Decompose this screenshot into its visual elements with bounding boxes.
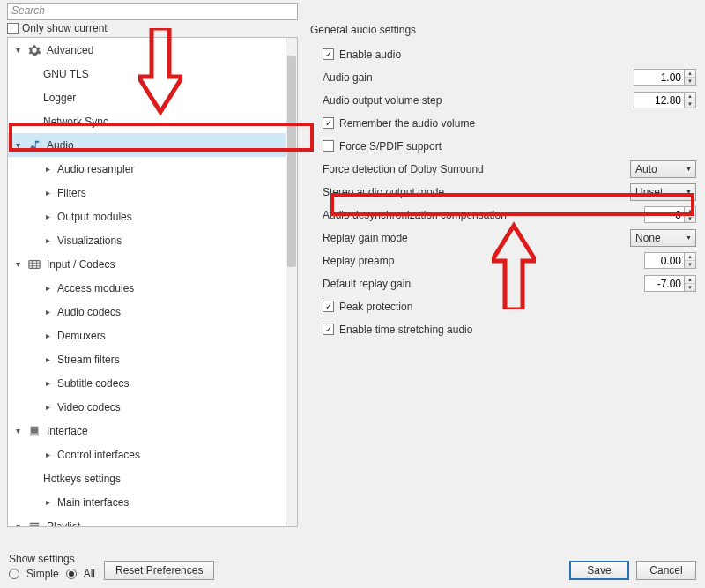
chevron-right-icon: ▸ (43, 354, 52, 364)
audio-gain-input[interactable] (634, 69, 685, 86)
audio-gain-row: Audio gain ▲▼ (323, 66, 698, 88)
tree-item-label: GNU TLS (43, 68, 89, 80)
stereo-mode-label: Stereo audio output mode (323, 186, 444, 198)
replay-mode-label: Replay gain mode (323, 232, 408, 244)
radio-simple[interactable] (9, 569, 19, 579)
tree-item-label: Video codecs (57, 401, 121, 413)
force-dolby-dropdown[interactable]: Auto ▼ (630, 160, 696, 178)
desync-input[interactable] (644, 206, 685, 223)
spinner-buttons[interactable]: ▲▼ (685, 92, 696, 108)
tree-item-logger[interactable]: Logger (8, 86, 286, 109)
stereo-mode-row: Stereo audio output mode Unset ▼ (323, 181, 698, 203)
tree-scrollbar[interactable] (286, 38, 297, 526)
chevron-down-icon: ▼ (686, 234, 692, 241)
force-spdif-row: Force S/PDIF support (323, 135, 698, 157)
radio-all[interactable] (66, 569, 77, 579)
tree-item-label: Audio codecs (57, 306, 121, 318)
desync-row: Audio desynchronization compensation ▲▼ (323, 204, 698, 226)
tree-item-label: Stream filters (57, 354, 120, 366)
spinner-buttons[interactable]: ▲▼ (685, 252, 696, 269)
show-settings-label: Show settings (9, 553, 95, 565)
replay-preamp-input[interactable] (644, 252, 685, 269)
chevron-right-icon: ▸ (43, 331, 52, 340)
tree-item-audio-codecs[interactable]: ▸ Audio codecs (8, 300, 286, 324)
chevron-right-icon: ▸ (43, 212, 52, 221)
tree-item-advanced[interactable]: ▾ Advanced (8, 38, 286, 62)
tree-item-main-interfaces[interactable]: ▸ Main interfaces (8, 490, 286, 514)
time-stretch-checkbox[interactable]: ✓ (323, 324, 334, 335)
radio-simple-label: Simple (26, 568, 59, 580)
chevron-down-icon: ▾ (13, 140, 22, 150)
force-spdif-checkbox[interactable] (323, 140, 334, 152)
tree-item-network-sync[interactable]: Network Sync (8, 109, 286, 133)
tree-item-subtitle-codecs[interactable]: ▸ Subtitle codecs (8, 371, 286, 395)
desync-label: Audio desynchronization compensation (323, 209, 507, 221)
spinner-buttons[interactable]: ▲▼ (685, 206, 696, 223)
tree-item-label: Subtitle codecs (57, 377, 129, 390)
spinner-buttons[interactable]: ▲▼ (685, 69, 696, 86)
tree-item-video-codecs[interactable]: ▸ Video codecs (8, 395, 286, 419)
chevron-down-icon: ▼ (686, 189, 692, 195)
playlist-icon (27, 519, 41, 527)
tree-item-label: Logger (43, 92, 76, 104)
peak-protection-checkbox[interactable]: ✓ (323, 301, 334, 312)
time-stretch-row: ✓ Enable time stretching audio (323, 318, 698, 340)
chevron-right-icon: ▸ (43, 283, 52, 293)
volume-step-label: Audio output volume step (323, 94, 442, 107)
search-input[interactable]: Search (7, 3, 298, 20)
chevron-right-icon: ▸ (43, 402, 52, 412)
tree-item-input-codecs[interactable]: ▾ Input / Codecs (8, 252, 286, 276)
stereo-mode-dropdown[interactable]: Unset ▼ (630, 183, 696, 201)
tree-item-label: Access modules (57, 282, 134, 294)
enable-audio-checkbox[interactable]: ✓ (323, 48, 334, 60)
tree-item-control-interfaces[interactable]: ▸ Control interfaces (8, 443, 286, 466)
tree-item-hotkeys-settings[interactable]: Hotkeys settings (8, 466, 286, 490)
default-replay-label: Default replay gain (323, 278, 411, 290)
tree-item-visualizations[interactable]: ▸ Visualizations (8, 228, 286, 252)
chevron-down-icon: ▼ (686, 166, 692, 172)
volume-step-input[interactable] (634, 92, 685, 108)
force-dolby-label: Force detection of Dolby Surround (323, 163, 484, 175)
remember-volume-checkbox[interactable]: ✓ (323, 117, 334, 129)
tree-item-interface[interactable]: ▾ Interface (8, 419, 286, 443)
codecs-icon (27, 257, 41, 272)
audio-icon (27, 138, 41, 153)
tree-item-playlist[interactable]: ▾ Playlist (8, 514, 286, 526)
default-replay-input[interactable] (644, 275, 685, 292)
only-show-current-checkbox[interactable] (7, 23, 19, 34)
tree-item-label: Filters (57, 187, 86, 199)
force-spdif-label: Force S/PDIF support (339, 140, 442, 153)
chevron-right-icon: ▸ (43, 188, 52, 197)
tree-item-stream-filters[interactable]: ▸ Stream filters (8, 347, 286, 371)
chevron-right-icon: ▸ (43, 450, 52, 459)
replay-mode-dropdown[interactable]: None ▼ (630, 229, 696, 247)
cancel-button[interactable]: Cancel (636, 561, 696, 580)
tree-item-label: Output modules (57, 211, 132, 223)
tree-item-output-modules[interactable]: ▸ Output modules (8, 205, 286, 228)
remember-volume-row: ✓ Remember the audio volume (323, 112, 698, 134)
save-button[interactable]: Save (569, 561, 629, 580)
tree-item-label: Hotkeys settings (43, 473, 121, 485)
tree-item-filters[interactable]: ▸ Filters (8, 181, 286, 205)
chevron-right-icon: ▸ (43, 235, 52, 245)
tree-item-label: Main interfaces (57, 496, 129, 509)
tree-item-demuxers[interactable]: ▸ Demuxers (8, 324, 286, 347)
tree-item-audio[interactable]: ▾ Audio (8, 133, 286, 157)
time-stretch-label: Enable time stretching audio (339, 324, 472, 336)
enable-audio-label: Enable audio (339, 48, 401, 61)
tree-item-label: Advanced (47, 44, 93, 56)
tree-item-gnu-tls[interactable]: GNU TLS (8, 62, 286, 86)
tree-item-audio-resampler[interactable]: ▸ Audio resampler (8, 157, 286, 181)
preferences-tree[interactable]: ▾ Advanced GNU TLS Logger Network Sync (7, 37, 298, 527)
enable-audio-row: ✓ Enable audio (323, 43, 698, 65)
chevron-down-icon: ▾ (13, 426, 22, 435)
replay-preamp-label: Replay preamp (323, 255, 394, 267)
chevron-down-icon: ▾ (13, 45, 22, 55)
spinner-buttons[interactable]: ▲▼ (685, 275, 696, 292)
tree-item-access-modules[interactable]: ▸ Access modules (8, 276, 286, 300)
replay-mode-row: Replay gain mode None ▼ (323, 227, 698, 249)
reset-preferences-button[interactable]: Reset Preferences (104, 561, 214, 580)
tree-item-label: Demuxers (57, 330, 106, 342)
default-replay-row: Default replay gain ▲▼ (323, 272, 698, 294)
radio-all-label: All (84, 568, 95, 580)
